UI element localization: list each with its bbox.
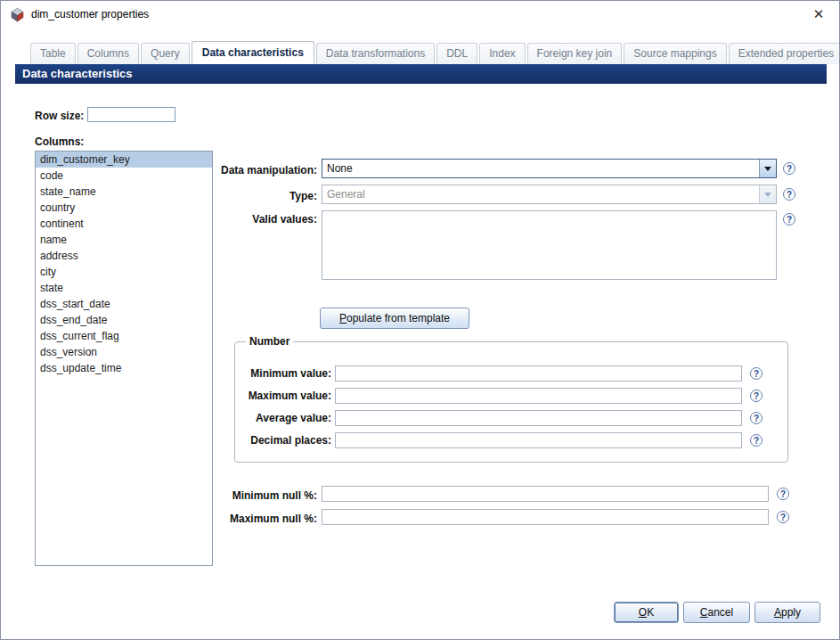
number-group: Number Minimum value:?Maximum value:?Ave…	[234, 341, 788, 463]
number-field-label: Average value:	[241, 412, 331, 424]
number-field-input[interactable]	[335, 432, 742, 448]
column-list-item[interactable]: city	[36, 264, 212, 280]
help-icon[interactable]: ?	[750, 412, 763, 424]
minimum-null-label: Minimum null %:	[226, 489, 317, 502]
tab-source-mappings[interactable]: Source mappings	[624, 43, 726, 64]
triangle-icon	[764, 167, 771, 171]
button-label: ancel	[707, 606, 733, 619]
valid-values-label: Valid values:	[241, 213, 317, 226]
help-icon[interactable]: ?	[783, 188, 795, 201]
number-field-input[interactable]	[335, 388, 742, 404]
column-list-item[interactable]: dss_version	[36, 344, 212, 360]
row-size-input[interactable]	[87, 107, 175, 122]
button-label: K	[647, 606, 654, 619]
data-manipulation-label: Data manipulation:	[213, 164, 317, 176]
help-icon[interactable]: ?	[750, 434, 763, 447]
columns-label: Columns:	[35, 135, 84, 148]
number-field-row: Minimum value:?	[241, 365, 763, 382]
column-list-item[interactable]: name	[36, 232, 212, 248]
tab-columns[interactable]: Columns	[77, 43, 139, 64]
dropdown-arrow-icon[interactable]	[759, 160, 776, 177]
title-bar: dim_customer properties ✕	[1, 1, 839, 28]
button-label: A	[774, 606, 781, 619]
column-list-item[interactable]: dss_current_flag	[36, 328, 212, 344]
number-field-label: Minimum value:	[241, 367, 331, 380]
column-list-item[interactable]: continent	[36, 216, 212, 232]
help-icon[interactable]: ?	[777, 511, 789, 523]
ok-button[interactable]: OK	[614, 602, 679, 623]
tab-index[interactable]: Index	[479, 43, 525, 64]
section-header: Data characteristics	[15, 64, 827, 84]
maximum-null-label: Maximum null %:	[226, 513, 317, 525]
tab-strip: TableColumnsQueryData characteristicsDat…	[30, 42, 825, 64]
dialog-window: dim_customer properties ✕ TableColumnsQu…	[0, 0, 840, 640]
triangle-icon	[764, 193, 771, 197]
minimum-null-input[interactable]	[322, 486, 769, 502]
number-field-input[interactable]	[335, 365, 742, 382]
dropdown-arrow-icon	[759, 185, 776, 203]
number-field-input[interactable]	[335, 410, 742, 426]
type-label: Type:	[268, 190, 317, 202]
column-list-item[interactable]: dss_end_date	[36, 312, 212, 328]
number-fields: Minimum value:?Maximum value:?Average va…	[235, 365, 787, 449]
button-label: O	[639, 606, 647, 619]
number-field-row: Maximum value:?	[241, 387, 763, 405]
button-label: opulate from template	[347, 312, 450, 324]
tab-data-characteristics[interactable]: Data characteristics	[192, 41, 314, 64]
close-icon[interactable]: ✕	[809, 4, 828, 24]
column-list-item[interactable]: dim_customer_key	[36, 152, 212, 168]
type-value: General	[322, 188, 759, 201]
column-list-item[interactable]: dss_update_time	[36, 360, 212, 376]
apply-button[interactable]: Apply	[754, 602, 820, 623]
app-icon	[10, 7, 25, 22]
data-manipulation-value: None	[322, 162, 759, 175]
column-list-item[interactable]: state_name	[36, 184, 212, 200]
help-icon[interactable]: ?	[783, 213, 795, 226]
tab-table[interactable]: Table	[30, 43, 76, 64]
button-label: P	[339, 312, 347, 324]
type-combobox[interactable]: General	[322, 185, 777, 204]
number-group-title: Number	[246, 335, 293, 348]
number-field-row: Decimal places:?	[241, 431, 763, 449]
number-field-row: Average value:?	[241, 409, 763, 427]
help-icon[interactable]: ?	[750, 367, 763, 380]
tab-ddl[interactable]: DDL	[436, 43, 477, 64]
row-size-label: Row size:	[35, 110, 84, 122]
columns-list: dim_customer_keycodestate_namecountrycon…	[35, 151, 213, 566]
column-list-item[interactable]: dss_start_date	[36, 296, 212, 312]
tab-foreign-key-join[interactable]: Foreign key join	[527, 43, 623, 64]
number-field-label: Maximum value:	[241, 390, 331, 402]
number-field-label: Decimal places:	[241, 434, 331, 447]
data-manipulation-combobox[interactable]: None	[322, 159, 777, 178]
column-list-item[interactable]: code	[36, 168, 212, 184]
cancel-button[interactable]: Cancel	[683, 602, 750, 623]
help-icon[interactable]: ?	[750, 390, 763, 402]
valid-values-textarea[interactable]	[322, 210, 777, 280]
column-list-item[interactable]: country	[36, 200, 212, 216]
button-label: pply	[781, 606, 801, 619]
tab-extended-properties[interactable]: Extended properties	[729, 43, 840, 64]
tab-query[interactable]: Query	[141, 43, 190, 64]
help-icon[interactable]: ?	[783, 162, 795, 175]
window-title: dim_customer properties	[31, 8, 149, 21]
column-list-item[interactable]: state	[36, 280, 212, 296]
column-list-item[interactable]: address	[36, 248, 212, 264]
button-label: C	[700, 606, 708, 619]
maximum-null-input[interactable]	[322, 509, 769, 525]
help-icon[interactable]: ?	[777, 488, 789, 500]
populate-from-template-button[interactable]: Populate from template	[320, 308, 469, 329]
tab-data-transformations[interactable]: Data transformations	[316, 43, 435, 64]
